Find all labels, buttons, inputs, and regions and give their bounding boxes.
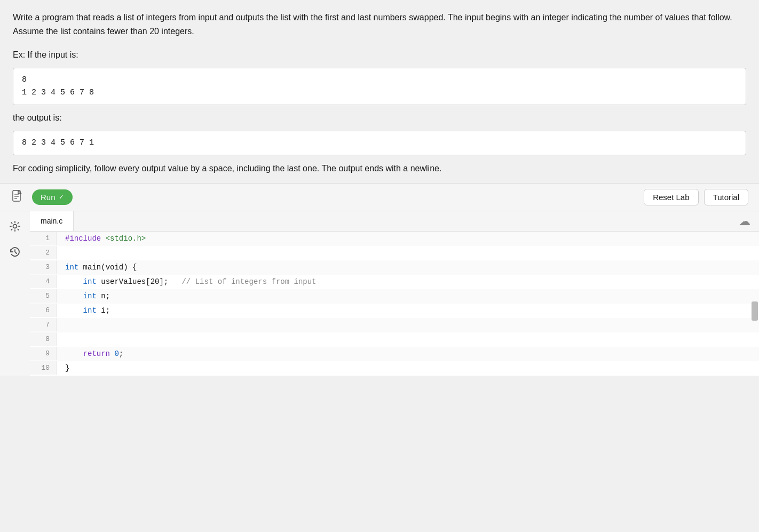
ide-left-icons [0,211,30,376]
code-line-3: 3 int main(void) { [30,260,759,275]
code-line-8: 8 [30,332,759,347]
svg-rect-0 [13,190,20,201]
code-line-5: 5 int n; [30,289,759,304]
scrollbar-thumb[interactable] [752,301,758,321]
output-example-line: 8 2 3 4 5 6 7 1 [22,137,737,149]
code-line-2: 2 [30,246,759,260]
run-chevron-icon: ✓ [59,193,64,201]
code-line-10: 10 } [30,361,759,376]
note-text: For coding simplicity, follow every outp… [0,158,759,183]
tutorial-button[interactable]: Tutorial [704,189,748,205]
reset-lab-button[interactable]: Reset Lab [644,189,698,205]
input-example-block: 8 1 2 3 4 5 6 7 8 [13,68,746,105]
file-icon [11,189,26,204]
problem-text: Write a program that reads a list of int… [13,13,732,36]
page-container: Write a program that reads a list of int… [0,0,759,532]
code-line-6: 6 int i; [30,304,759,318]
toolbar-right: Reset Lab Tutorial [644,189,748,205]
output-label: the output is: [0,108,759,128]
input-example-line2: 1 2 3 4 5 6 7 8 [22,86,737,99]
gear-icon[interactable] [7,219,22,234]
ide-toolbar: Run ✓ Reset Lab Tutorial [0,184,759,211]
ide-container: Run ✓ Reset Lab Tutorial [0,183,759,376]
code-line-4: 4 int userValues[20]; // List of integer… [30,275,759,289]
toolbar-left: Run ✓ [11,189,73,205]
cloud-save-icon[interactable]: ☁ [739,212,750,230]
history-icon[interactable] [7,244,22,259]
file-tab-main[interactable]: main.c [30,211,74,231]
input-example-line1: 8 [22,74,737,86]
file-tab-bar: main.c ☁ [30,211,759,232]
code-line-9: 9 return 0; [30,347,759,361]
svg-point-5 [13,224,17,228]
code-editor[interactable]: 1 #include <stdio.h> 2 3 int main(void) … [30,232,759,376]
output-example-block: 8 2 3 4 5 6 7 1 [13,131,746,155]
ide-main: main.c ☁ 1 #include <stdio.h> 2 [0,211,759,376]
run-button[interactable]: Run ✓ [32,189,73,205]
editor-area[interactable]: main.c ☁ 1 #include <stdio.h> 2 [30,211,759,376]
code-line-1: 1 #include <stdio.h> [30,232,759,246]
problem-description: Write a program that reads a list of int… [0,0,759,44]
code-line-7: 7 [30,318,759,332]
example-input-label: Ex: If the input is: [0,44,759,65]
